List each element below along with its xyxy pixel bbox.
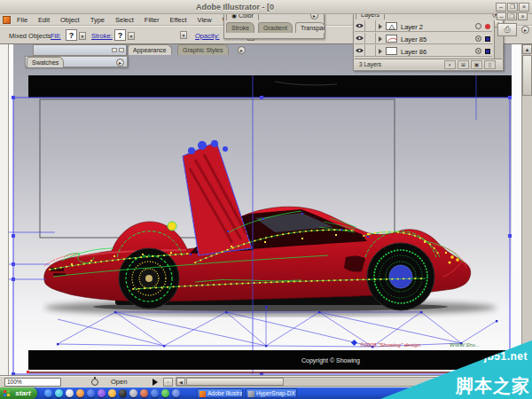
doc-close-button[interactable]: × [518,12,528,20]
tab-graphic-styles[interactable]: Graphic Styles [177,44,229,55]
menu-effect[interactable]: Effect [165,14,192,24]
watermark-site-name: 脚本之家 [456,374,530,398]
vertical-scroll-thumb[interactable] [522,55,532,96]
layer-thumbnail [386,35,397,43]
quick-launch-icon[interactable] [161,389,169,397]
fill-dropdown-arrow-icon[interactable]: ▼ [79,32,86,40]
menu-type[interactable]: Type [85,14,110,24]
zoom-level-field[interactable]: 100% [4,378,61,387]
tab-transparency[interactable]: Transparency [295,22,325,33]
horizontal-scroll-thumb[interactable] [186,378,284,386]
menu-filter[interactable]: Filter [139,14,165,24]
start-label: start [15,389,30,397]
expand-arrow-icon[interactable] [379,49,382,54]
artwork-copyright-text: Copyright © Showing [301,357,360,364]
palette-close-button[interactable] [119,48,124,52]
screen: { "window": { "title": "Adobe Illustrato… [0,0,532,399]
stroke-swatch[interactable]: ? [114,29,126,41]
status-text[interactable]: Open [111,378,127,386]
palette-collapse-button[interactable] [112,48,117,52]
opacity-link[interactable]: Opacity: [195,32,220,40]
quick-launch-icon[interactable] [76,389,84,397]
swatches-palette-menu-button[interactable]: ▸ [116,59,124,66]
target-circle[interactable] [475,23,481,29]
tab-appearance[interactable]: Appearance [128,44,172,55]
menu-file[interactable]: File [12,14,33,24]
appearance-palette-menu-button[interactable]: ▸ [238,46,246,54]
taskbar-button-label: HyperSnap-DX (无标... [256,390,297,396]
hypersnap-icon [248,391,254,397]
layer-name[interactable]: Layer 85 [401,35,426,43]
eye-icon [356,35,364,41]
eye-icon [356,23,364,28]
scroll-left-arrow-icon[interactable]: ◀ [176,378,185,386]
visibility-toggle[interactable] [355,20,365,32]
tab-gradient[interactable]: Gradient [258,22,293,33]
new-layer-button[interactable]: ▣ [471,60,482,69]
new-sublayer-button[interactable]: ⊞ [458,60,469,69]
visibility-toggle[interactable] [355,33,365,44]
menu-select[interactable]: Select [110,14,139,24]
quick-launch-icon[interactable] [151,389,159,397]
doc-restore-button[interactable]: ❐ [507,12,517,20]
corner-menu-button[interactable]: ▸ [521,26,529,34]
quick-launch-icon[interactable] [66,389,74,397]
scroll-up-arrow-icon[interactable]: ▲ [522,44,532,54]
quick-launch-icon[interactable] [55,389,63,397]
layers-status-bar: 3 Layers ◐ ⊞ ▣ ▯ [355,59,502,69]
layer-name[interactable]: Layer 2 [401,23,423,31]
lock-toggle[interactable] [365,33,376,44]
menu-object[interactable]: Object [55,14,85,24]
layer-row[interactable]: Layer 2 [355,20,492,32]
menu-edit[interactable]: Edit [33,14,55,24]
start-button[interactable]: start [0,387,37,399]
stroke-dropdown-arrow-icon[interactable]: ▼ [128,32,135,40]
layer-name[interactable]: Layer 86 [401,48,426,56]
illustrator-icon [200,391,206,397]
appearance-palette-titlebar[interactable] [33,44,127,56]
quick-launch-icon[interactable] [44,389,52,397]
document-canvas[interactable]: ©2005 "Showing" design WWW.Sho... Copyri… [9,44,521,376]
visibility-toggle[interactable] [355,45,365,57]
close-button[interactable]: × [519,3,529,12]
lock-toggle[interactable] [365,45,376,57]
expand-arrow-icon[interactable] [379,24,382,29]
window-title: Adobe Illustrator - [0 [0,3,470,12]
layers-count: 3 Layers [359,61,381,67]
doc-minimize-button[interactable]: – [497,12,506,20]
fill-link[interactable]: Fill: [51,32,61,40]
layer-row[interactable]: Layer 85 [355,33,492,44]
minimize-button[interactable]: – [496,3,506,12]
quick-launch-icon[interactable] [172,389,180,397]
restore-button[interactable]: ❐ [507,3,518,12]
quick-launch-icon[interactable] [98,389,106,397]
play-icon[interactable] [153,379,158,386]
taskbar-button-hypersnap[interactable]: HyperSnap-DX (无标... [246,388,297,398]
quick-launch-icon[interactable] [129,389,137,397]
layer-thumbnail [386,22,397,30]
target-circle[interactable] [475,35,481,42]
stroke-weight-arrow-icon[interactable]: ▼ [180,31,187,39]
make-clipping-mask-button[interactable]: ◐ [444,60,456,69]
lock-toggle[interactable] [365,20,376,32]
status-popup-button[interactable]: ▫ [163,378,173,387]
fill-swatch[interactable]: ? [66,29,77,41]
stroke-link[interactable]: Stroke: [91,32,113,40]
delete-layer-button[interactable]: ▯ [484,60,496,69]
layer-row[interactable]: Layer 86 [355,45,492,57]
taskbar-button-illustrator[interactable]: Adobe Illustrator - [05... [197,388,243,398]
tab-stroke[interactable]: Stroke [226,22,254,33]
tab-swatches[interactable]: Swatches [27,57,64,67]
menu-view[interactable]: View [192,14,217,24]
canvas-left-margin [0,44,9,376]
quick-launch-icon[interactable] [119,389,127,397]
quick-launch-icon[interactable] [87,389,95,397]
target-circle[interactable] [475,48,481,54]
quick-launch-icon[interactable] [140,389,148,397]
quick-launch-icon[interactable] [108,389,116,397]
expand-arrow-icon[interactable] [379,36,382,42]
export-button[interactable]: ⎙ [497,23,517,36]
selection-color-chip [485,49,490,54]
vertical-scrollbar[interactable]: ▲ ▼ [521,44,532,376]
artwork-canvas: ©2005 "Showing" design WWW.Sho... Copyri… [9,44,521,376]
